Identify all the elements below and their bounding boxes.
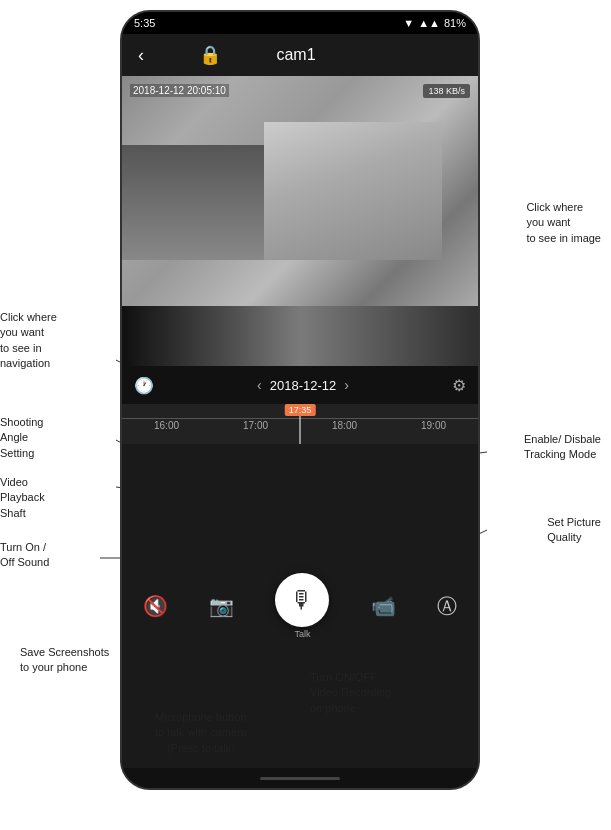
timeline-label-2: 18:00: [332, 420, 357, 431]
nav-feed[interactable]: [122, 306, 478, 366]
date-next-button[interactable]: ›: [344, 377, 349, 393]
mute-button[interactable]: 🔇: [143, 594, 168, 618]
current-date: 2018-12-12: [270, 378, 337, 393]
camera-feed[interactable]: [122, 76, 478, 306]
annotation-save-screenshots: Save Screenshots to your phone: [20, 645, 109, 676]
annotation-turn-recording: Turn ON/OFF Video Recording on phone: [310, 670, 391, 716]
annotation-turn-on-sound: Turn On / Off Sound: [0, 540, 49, 571]
date-control-bar: 🕐 ‹ 2018-12-12 › ⚙: [122, 366, 478, 404]
timeline-label-1: 17:00: [243, 420, 268, 431]
camera-title: cam1: [276, 46, 315, 64]
annotation-mic-button: Microphone button to talk with camera (P…: [155, 710, 247, 756]
signal-icon: ▲▲: [418, 17, 440, 29]
mic-label: Talk: [294, 629, 310, 639]
phone-shell: 5:35 ▼ ▲▲ 81% ‹ 🔒 cam1 2018-12-12 20:05:…: [120, 10, 480, 790]
date-prev-button[interactable]: ‹: [257, 377, 262, 393]
timeline[interactable]: 17:35 16:00 17:00 18:00 19:00: [122, 404, 478, 444]
status-time: 5:35: [134, 17, 155, 29]
app-header: ‹ 🔒 cam1: [122, 34, 478, 76]
navigation-video[interactable]: [122, 306, 478, 366]
lock-icon: 🔒: [199, 44, 221, 66]
annotation-playback-shaft: Video Playback Shaft: [0, 475, 45, 521]
annotation-set-picture: Set Picture Quality: [547, 515, 601, 546]
settings-icon: Ⓐ: [437, 593, 457, 620]
settings-button[interactable]: Ⓐ: [437, 593, 457, 620]
record-icon: 📹: [371, 594, 396, 618]
annotation-enable-tracking: Enable/ Disbale Tracking Mode: [524, 432, 601, 463]
wifi-icon: ▼: [403, 17, 414, 29]
microphone-icon: 🎙: [290, 586, 314, 614]
back-button[interactable]: ‹: [138, 45, 144, 66]
home-indicator: [122, 768, 478, 788]
annotation-shooting-angle: Shooting Angle Setting: [0, 415, 43, 461]
timeline-label-3: 19:00: [421, 420, 446, 431]
battery-level: 81%: [444, 17, 466, 29]
video-timestamp: 2018-12-12 20:05:10: [130, 84, 229, 97]
main-video-view[interactable]: 2018-12-12 20:05:10 138 KB/s: [122, 76, 478, 306]
record-button[interactable]: 📹: [371, 594, 396, 618]
annotation-click-image: Click where you want to see in image: [526, 200, 601, 246]
bandwidth-indicator: 138 KB/s: [423, 84, 470, 98]
camera-icon: 📷: [209, 594, 234, 618]
screenshot-button[interactable]: 📷: [209, 594, 234, 618]
home-bar: [260, 777, 340, 780]
timeline-label-0: 16:00: [154, 420, 179, 431]
shooting-angle-icon[interactable]: 🕐: [134, 376, 154, 395]
tracking-mode-icon[interactable]: ⚙: [452, 376, 466, 395]
current-time-indicator: 17:35: [285, 404, 316, 416]
annotation-click-nav: Click where you want to see in navigatio…: [0, 310, 57, 372]
mic-button[interactable]: 🎙: [275, 573, 329, 627]
mute-icon: 🔇: [143, 594, 168, 618]
status-bar: 5:35 ▼ ▲▲ 81%: [122, 12, 478, 34]
